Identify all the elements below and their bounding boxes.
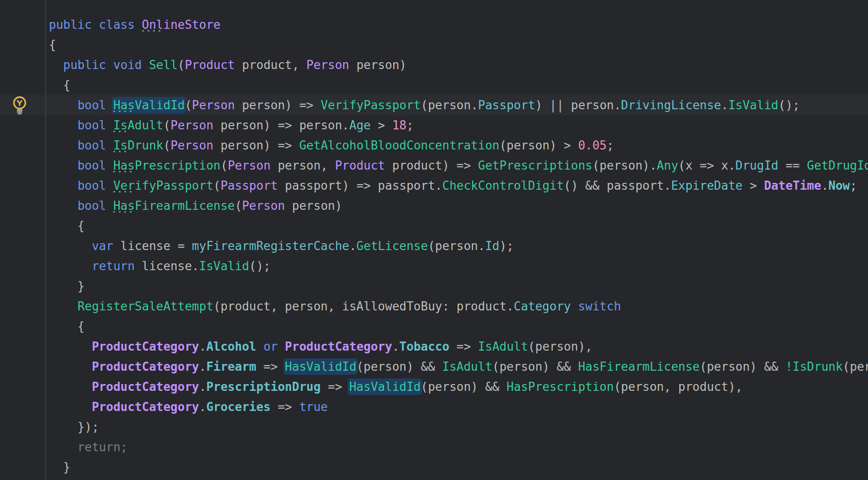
code-token: license = [113, 239, 192, 253]
code-token [49, 199, 78, 213]
code-token [49, 380, 92, 394]
code-token: ) || person. [535, 98, 621, 112]
code-token: > [370, 118, 392, 132]
code-token: > [742, 179, 764, 192]
code-line: return license.IsValid(); [49, 256, 868, 276]
code-line: ProductCategory.Alcohol or ProductCatego… [49, 336, 868, 357]
highlighted-identifier: ValidId [135, 98, 185, 112]
code-token: => [321, 380, 349, 394]
code-token: person, [270, 159, 335, 172]
code-token: HasFirearmLicense [578, 360, 699, 373]
code-token: product, [235, 58, 307, 72]
code-token: return [92, 259, 135, 273]
code-editor-window: public class OnlineStore{ public void Se… [0, 0, 868, 480]
code-token: Product [185, 58, 235, 72]
code-token: Person [192, 98, 235, 112]
code-token: return; [49, 440, 127, 454]
code-token: GetLicense [356, 239, 428, 253]
code-token: (product, person, isAllowedToBuy: produc… [213, 299, 513, 313]
code-token: ProductCategory [92, 380, 199, 394]
code-token: or [264, 340, 278, 353]
code-token [49, 239, 92, 253]
code-line: var license = myFirearmRegisterCache.Get… [49, 236, 868, 256]
code-token: Firearm [206, 360, 256, 373]
code-token: . [199, 360, 206, 373]
code-token: { [49, 320, 85, 333]
highlighted-identifier: Has [113, 98, 135, 112]
code-token [278, 340, 285, 353]
code-token [49, 139, 78, 152]
code-token [135, 18, 142, 32]
code-token: . [721, 98, 729, 112]
code-token: (person. [428, 239, 485, 253]
code-token: } [49, 279, 85, 293]
code-token: CheckControlDigit [442, 179, 564, 192]
code-token: Ver [113, 179, 135, 192]
code-token: (person) && [700, 360, 786, 373]
code-token [106, 179, 113, 192]
code-token: public [49, 18, 92, 32]
code-token: person) => [213, 139, 299, 152]
code-token: ineStore [163, 18, 220, 32]
code-token: IsValid [728, 98, 778, 112]
code-line: return; [49, 437, 868, 457]
code-token: . [392, 340, 399, 353]
code-token: ( [213, 179, 221, 192]
code-token: Sell [149, 58, 178, 72]
code-token: ( [221, 159, 228, 172]
code-token [142, 58, 149, 72]
code-token: }); [49, 420, 99, 434]
code-token: bool [78, 118, 106, 132]
code-token: (person. [421, 98, 478, 112]
code-token: (pers [843, 360, 868, 373]
code-token [92, 18, 99, 32]
code-line: bool HasFirearmLicense(Person person) [49, 196, 868, 216]
code-lines[interactable]: public class OnlineStore{ public void Se… [49, 15, 868, 477]
code-token: person) => person. [213, 118, 349, 132]
code-token: { [49, 219, 85, 233]
code-token: Groceries [206, 400, 270, 414]
code-token: person) => [235, 98, 321, 112]
code-line: ProductCategory.PrescriptionDrug => HasV… [49, 377, 868, 397]
code-line: bool HasPrescription(Person person, Prod… [49, 155, 868, 176]
code-token: ; [607, 139, 614, 152]
code-token: FirearmLicense [135, 199, 235, 213]
code-token: Person [170, 118, 213, 132]
code-token: { [49, 38, 56, 52]
code-token: Product [335, 159, 385, 172]
code-token: bool [78, 179, 106, 192]
code-token: (person) && [492, 360, 578, 373]
code-token [49, 179, 78, 192]
code-token: RegisterSaleAttempt [78, 299, 213, 313]
code-token: license. [135, 259, 199, 273]
code-token: IsAdult [442, 360, 492, 373]
code-token [49, 118, 78, 132]
code-token: Is [113, 139, 127, 152]
editor-gutter [0, 0, 45, 480]
code-token: } [49, 460, 70, 474]
code-token: ExpireDate [671, 179, 743, 192]
code-token: true [299, 400, 328, 414]
code-token: bool [78, 199, 106, 213]
code-token: Passport [478, 98, 535, 112]
code-token: ProductCategory [92, 360, 199, 373]
code-token: var [92, 239, 113, 253]
code-line: { [49, 75, 868, 95]
code-token: => [450, 340, 478, 353]
intention-lightbulb-icon[interactable] [11, 96, 29, 115]
code-token: Onl [142, 18, 164, 32]
code-token: HasPrescription [507, 380, 614, 394]
code-line: public class OnlineStore [49, 15, 868, 35]
code-token: DrugId [736, 159, 778, 172]
code-token: Category [514, 299, 571, 313]
code-token: bool [78, 139, 106, 152]
code-token: { [49, 78, 70, 92]
code-token: GetAlcoholBloodConcentration [299, 139, 499, 152]
code-token: DateTime [764, 179, 821, 192]
code-token: == [778, 159, 807, 172]
code-token: ifyPassport [135, 179, 213, 192]
code-token: void [113, 58, 142, 72]
code-token [49, 159, 78, 172]
code-token: ProductCategory [92, 400, 199, 414]
highlighted-identifier: HasValidId [349, 380, 421, 394]
